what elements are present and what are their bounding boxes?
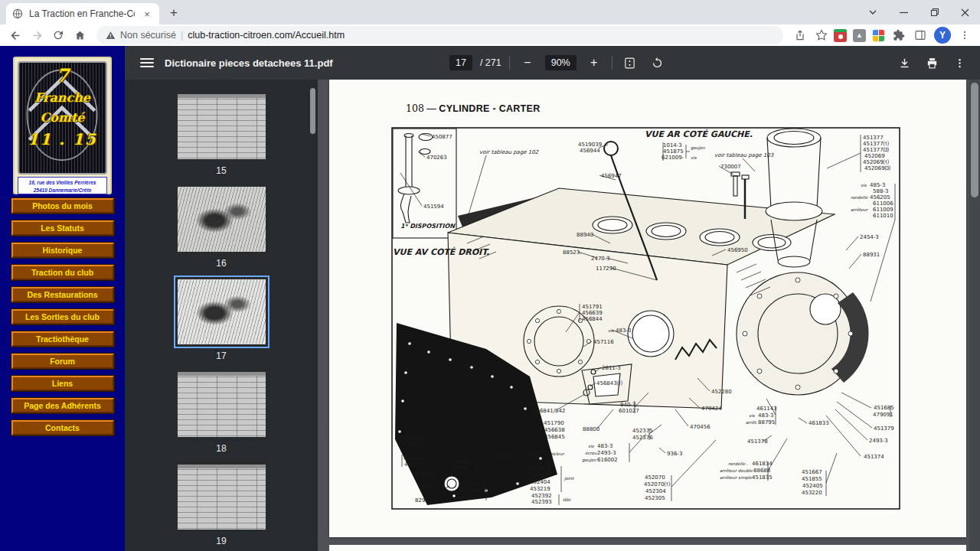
part-label-2454-3: 2454-3 (860, 234, 879, 240)
home-button[interactable] (70, 26, 89, 44)
part-label-456205: 456205 (870, 194, 890, 201)
part-label-850: 850 (420, 484, 430, 491)
thumbnail-page-number: 15 (167, 165, 276, 176)
part-label-vue-av-cot-droit: VUE AV COTÉ DROIT. (393, 246, 489, 257)
zoom-level-input[interactable]: 90% (545, 55, 577, 70)
thumbnail-page-19[interactable]: 19 (167, 465, 276, 546)
minimize-button[interactable] (888, 0, 919, 24)
part-label-452393: 452393 (531, 499, 552, 505)
close-window-button[interactable] (949, 0, 980, 24)
back-button[interactable] (6, 26, 24, 44)
part-label-451835: 451835 (752, 474, 773, 481)
download-icon[interactable] (894, 53, 914, 73)
browser-tab[interactable]: La Traction en Franche-Comté × (6, 3, 159, 24)
fit-to-page-icon[interactable] (620, 53, 640, 73)
zoom-out-button[interactable]: − (518, 53, 537, 73)
pdf-menu-kebab-icon[interactable] (949, 53, 969, 73)
sidebar-button-photos-du-mois[interactable]: Photos du mois (11, 198, 114, 214)
part-label-arr-teur: arrêteur (851, 207, 869, 212)
sidebar-button-historique[interactable]: Historique (11, 243, 114, 258)
rotate-icon[interactable] (648, 53, 668, 73)
sidebar-button-contacts[interactable]: Contacts (11, 420, 114, 435)
tab-close-icon[interactable]: × (141, 8, 153, 20)
thumbnail-image[interactable] (178, 279, 266, 344)
part-label-88931: 88931 (863, 252, 880, 258)
thumbnail-scrollbar[interactable] (310, 88, 315, 134)
part-label-vis: vis (749, 413, 756, 418)
thumbnail-page-16[interactable]: 16 (167, 187, 276, 269)
part-label-479091: 479091 (873, 412, 893, 418)
share-icon[interactable] (791, 26, 809, 44)
part-label-t-le: tôle (563, 497, 571, 502)
leader-line (799, 418, 807, 423)
thumbnail-page-15[interactable]: 15 (167, 94, 276, 176)
part-label-456639: 456639 (582, 310, 603, 316)
thumbnail-image[interactable] (178, 187, 266, 252)
address-bar[interactable]: Non sécurisé | club-traction-citroen.com… (96, 26, 783, 44)
part-label-452069: 452069 (864, 153, 885, 159)
club-address: 16, rue des Vieilles Perrières 25410 Dan… (18, 177, 107, 194)
part-label-452280: 452280 (711, 389, 732, 395)
zoom-in-button[interactable]: + (584, 53, 604, 73)
part-label-88688: 88688 (753, 468, 770, 474)
part-label-454068: 454068 (492, 453, 513, 459)
extensions-puzzle-icon[interactable] (891, 28, 906, 43)
toolbar-divider (612, 56, 612, 70)
forward-button[interactable] (28, 26, 46, 44)
profile-avatar[interactable]: Y (934, 27, 951, 44)
part-label-arr-teur-double: arrêteur double (720, 468, 753, 473)
sidebar-button-page-des-adh-rents[interactable]: Page des Adhérents (11, 398, 114, 413)
acrobat-extension-icon[interactable]: ▲ (853, 29, 866, 42)
maximize-button[interactable] (919, 0, 949, 24)
sidebar-button-les-sorties-du-club[interactable]: Les Sorties du club (11, 309, 114, 324)
part-label-456845: 456845 (544, 434, 565, 440)
part-label-452069: 452069⑴ (863, 159, 889, 165)
part-label-486-330: 486-330 (413, 472, 436, 478)
sidebar-button-traction-du-club[interactable]: Traction du club (11, 265, 114, 280)
part-label-485-3: 485-3 (870, 182, 885, 188)
page-number-input[interactable]: 17 (449, 55, 472, 70)
part-label-crou: écrou (585, 451, 597, 455)
pdf-toolbar: Dictionaire pieces detachees 11.pdf 17 /… (125, 46, 980, 80)
window-controls (858, 0, 980, 24)
bookmark-star-icon[interactable] (812, 26, 831, 44)
part-label-2493-3: 2493-3 (597, 450, 616, 456)
leader-line (826, 453, 837, 483)
citroen-grille-image: 7 Franche Comté 11 . 15 (18, 61, 107, 174)
thumbnail-image[interactable] (178, 372, 266, 437)
sidebar-button-liens[interactable]: Liens (11, 376, 114, 391)
club-address-line1: 16, rue des Vieilles Perrières (18, 179, 106, 187)
google-extension-icon[interactable] (872, 29, 885, 42)
leader-line (871, 220, 895, 302)
part-label-621009: 621009- (662, 155, 684, 161)
pdf-viewer: Dictionaire pieces detachees 11.pdf 17 /… (125, 46, 980, 551)
part-label-451667: 451667 (802, 469, 822, 475)
sidebar-button-tractioth-que[interactable]: Tractiothèque (11, 331, 114, 347)
side-panel-icon[interactable] (913, 28, 928, 43)
part-label-588-3: 588-3 (873, 188, 888, 194)
sidebar-button-des-restaurations[interactable]: Des Restaurations (11, 287, 114, 302)
thumbnail-page-17[interactable]: 17 (167, 279, 276, 361)
part-label-452070: 452070 (645, 474, 665, 481)
thumbnail-image[interactable] (178, 94, 266, 159)
new-tab-button[interactable]: + (164, 3, 184, 23)
viewer-scrollbar-thumb[interactable] (971, 83, 978, 197)
reload-button[interactable] (49, 26, 67, 44)
part-label-611010: 611010 (873, 213, 893, 219)
thumbnail-page-number: 19 (167, 536, 276, 546)
adblock-extension-icon[interactable] (834, 29, 847, 42)
part-label-gicleur: gicleur (550, 452, 565, 457)
part-label-vue-ar-cot-gauche: VUE AR COTÉ GAUCHE. (645, 129, 753, 139)
part-label-453220: 453220 (802, 490, 822, 496)
sidebar-button-les-statuts[interactable]: Les Statuts (11, 220, 114, 236)
pdf-page-viewport[interactable]: 108 — CYLINDRE - CARTER (318, 80, 980, 551)
thumbnail-image[interactable] (178, 465, 266, 530)
pdf-action-buttons (894, 53, 969, 73)
browser-menu-kebab-icon[interactable] (957, 28, 972, 43)
pdf-menu-icon[interactable] (140, 58, 154, 67)
print-icon[interactable] (922, 53, 942, 73)
sidebar-button-forum[interactable]: Forum (11, 354, 114, 369)
part-label-1014-3: 1014-3 (663, 142, 682, 148)
thumbnail-page-18[interactable]: 18 (167, 372, 276, 454)
tab-search-chevron-icon[interactable] (858, 0, 888, 24)
